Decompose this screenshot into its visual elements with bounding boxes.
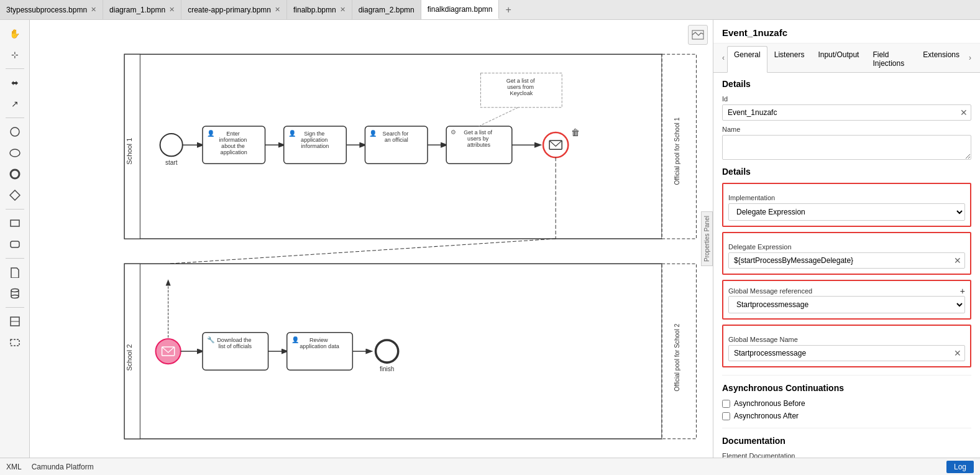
delegate-expression-group: Delegate Expression ✕ <box>722 232 971 275</box>
async-section-title: Asynchronous Continuations <box>722 383 971 393</box>
section-divider-2 <box>722 428 971 428</box>
doc-tool[interactable] <box>4 264 25 281</box>
delegate-expression-container: ✕ <box>728 252 965 269</box>
properties-panel-side-label: Properties Panel <box>701 211 713 266</box>
thick-circle-tool[interactable] <box>4 165 25 183</box>
tab-finalbp[interactable]: finalbp.bpmn ✕ <box>287 0 352 19</box>
minimap-button[interactable] <box>688 25 708 45</box>
svg-point-2 <box>11 170 19 178</box>
close-tab-2[interactable]: ✕ <box>275 6 280 14</box>
add-tab-button[interactable]: + <box>499 4 517 16</box>
xml-link[interactable]: XML <box>6 463 22 471</box>
properties-content: Details Id ✕ Name Details Implementation… <box>713 73 980 458</box>
toolbar-divider-4 <box>6 258 24 259</box>
tabs-nav-right[interactable]: › <box>966 44 974 72</box>
tab-field-injections[interactable]: Field Injections <box>866 46 916 72</box>
async-after-row: Asynchronous After <box>722 412 971 420</box>
global-message-ref-select[interactable]: Startprocessmessage <box>728 296 965 313</box>
id-label: Id <box>722 95 971 103</box>
tab-diagram2[interactable]: diagram_2.bpmn <box>352 0 421 19</box>
tab-bar: 3typessubprocess.bpmn ✕ diagram_1.bpmn ✕… <box>0 0 980 20</box>
message-start-event[interactable] <box>156 339 181 364</box>
tab-diagram1[interactable]: diagram_1.bpmn ✕ <box>103 0 181 19</box>
oval-tool[interactable] <box>4 144 25 162</box>
svg-marker-3 <box>10 190 20 200</box>
global-message-name-input[interactable] <box>728 345 965 361</box>
platform-label: Camunda Platform <box>32 463 94 471</box>
tab-listeners[interactable]: Listeners <box>767 46 812 72</box>
svg-text:Get a list of
        users fr: Get a list of users from Keycloak <box>506 78 536 96</box>
pool2-official-label: Official pool for School 2 <box>674 323 680 391</box>
async-before-row: Asynchronous Before <box>722 399 971 408</box>
pointer-tool[interactable]: ⊹ <box>4 46 25 63</box>
svg-point-9 <box>11 295 19 298</box>
delegate-expression-input[interactable] <box>728 252 965 269</box>
delegate-expression-clear[interactable]: ✕ <box>954 256 961 265</box>
global-message-name-container: ✕ <box>728 345 965 361</box>
tab-inputoutput[interactable]: Input/Output <box>811 46 866 72</box>
pan-tool[interactable]: ⬌ <box>4 74 25 91</box>
tab-extensions[interactable]: Extensions <box>916 46 966 72</box>
async-before-checkbox[interactable] <box>722 400 730 408</box>
global-message-ref-label: Global Message referenced <box>728 287 812 295</box>
id-field-container: ✕ <box>722 104 971 121</box>
canvas-area[interactable]: Properties Panel School 1 Official pool … <box>30 20 713 458</box>
close-tab-0[interactable]: ✕ <box>91 6 96 14</box>
tab-finalkdiagram[interactable]: finalkdiagram.bpmn <box>421 0 500 19</box>
start-event[interactable] <box>160 134 183 156</box>
close-tab-3[interactable]: ✕ <box>340 6 346 14</box>
async-before-label: Asynchronous Before <box>734 399 805 408</box>
status-bar: XML Camunda Platform Log <box>0 458 980 475</box>
svg-rect-4 <box>11 220 19 226</box>
id-clear-button[interactable]: ✕ <box>960 108 968 118</box>
general-section-title: Details <box>722 79 971 89</box>
hand-tool[interactable]: ✋ <box>4 25 25 42</box>
svg-point-1 <box>10 149 20 157</box>
global-message-add-button[interactable]: + <box>960 286 965 296</box>
cylinder-tool[interactable] <box>4 285 25 302</box>
tabs-nav-left[interactable]: ‹ <box>720 44 727 72</box>
svg-rect-5 <box>11 241 19 247</box>
svg-text:👤: 👤 <box>207 129 215 137</box>
doc-field-label: Element Documentation <box>722 452 971 458</box>
implementation-label: Implementation <box>728 194 965 201</box>
svg-text:👤: 👤 <box>291 336 300 344</box>
async-after-checkbox[interactable] <box>722 412 730 420</box>
toolbar-divider-2 <box>6 118 24 118</box>
svg-text:Download the
        list of o: Download the list of officials <box>217 337 253 349</box>
circle-tool[interactable] <box>4 123 25 141</box>
log-button[interactable]: Log <box>946 461 974 473</box>
id-input[interactable] <box>722 104 971 121</box>
global-message-name-group: Global Message Name ✕ <box>722 325 971 367</box>
rounded-rect-tool[interactable] <box>4 236 25 253</box>
pool1-label: School 1 <box>126 138 133 165</box>
svg-rect-12 <box>11 339 19 346</box>
end-event[interactable] <box>376 340 398 362</box>
svg-line-35 <box>168 239 556 264</box>
pool2-label: School 2 <box>126 344 133 371</box>
toolbar-divider-3 <box>6 209 24 210</box>
finish-label: finish <box>380 366 394 372</box>
pool-tool[interactable] <box>4 313 25 330</box>
dashed-rect-tool[interactable] <box>4 334 25 351</box>
svg-text:Sign the
        application
 : Sign the application information <box>301 131 329 149</box>
section-divider-1 <box>722 375 971 376</box>
properties-panel: Event_1nuzafc ‹ General Listeners Input/… <box>713 20 980 458</box>
connect-tool[interactable]: ↗ <box>4 95 25 113</box>
diamond-tool[interactable] <box>4 187 25 204</box>
name-input[interactable] <box>722 135 971 160</box>
trash-icon[interactable]: 🗑 <box>571 127 580 137</box>
tab-create-app[interactable]: create-app-primary.bpmn ✕ <box>181 0 287 19</box>
global-message-ref-group: Global Message referenced + Startprocess… <box>722 280 971 320</box>
message-catch-event[interactable] <box>543 132 568 157</box>
rect-tool[interactable] <box>4 214 25 232</box>
close-tab-1[interactable]: ✕ <box>169 6 175 14</box>
global-message-name-label: Global Message Name <box>728 336 965 343</box>
tab-general[interactable]: General <box>727 46 767 73</box>
tab-3typessubprocess[interactable]: 3typessubprocess.bpmn ✕ <box>0 0 103 19</box>
status-left: XML Camunda Platform <box>6 463 94 471</box>
global-message-name-clear[interactable]: ✕ <box>954 348 961 358</box>
details-section-title: Details <box>722 167 971 177</box>
doc-section-title: Documentation <box>722 436 971 446</box>
implementation-select[interactable]: Delegate Expression <box>728 203 965 221</box>
